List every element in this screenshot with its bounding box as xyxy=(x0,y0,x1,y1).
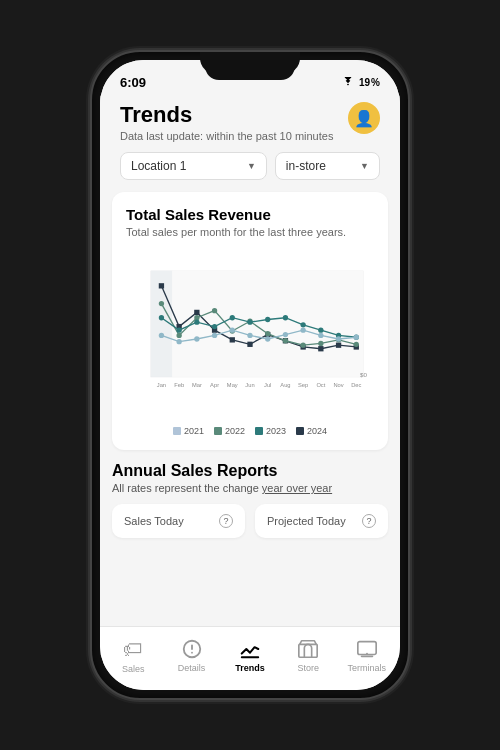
filters-row: Location 1 ▼ in-store ▼ xyxy=(100,152,400,192)
svg-text:Mar: Mar xyxy=(192,382,202,388)
svg-point-57 xyxy=(265,336,270,341)
nav-item-store[interactable]: Store xyxy=(286,638,330,673)
legend-dot-2021 xyxy=(173,427,181,435)
svg-point-58 xyxy=(283,332,288,337)
chart-section-subtitle: Total sales per month for the last three… xyxy=(126,226,374,238)
nav-label-sales: Sales xyxy=(122,664,145,674)
type-dropdown[interactable]: in-store ▼ xyxy=(275,152,380,180)
content-area[interactable]: Trends Data last update: within the past… xyxy=(100,96,400,626)
chart-container: $0 Jan Feb Mar Apr May Jun Jul Aug Sep O… xyxy=(126,250,374,420)
bottom-nav: 🏷 Sales Details Trends xyxy=(100,626,400,690)
svg-point-27 xyxy=(159,301,164,306)
svg-rect-64 xyxy=(241,656,259,658)
annual-card-sales-today: Sales Today ? xyxy=(112,504,245,538)
svg-text:Jan: Jan xyxy=(157,382,166,388)
nav-item-terminals[interactable]: Terminals xyxy=(345,638,389,673)
header-left: Trends Data last update: within the past… xyxy=(120,102,333,142)
wifi-icon xyxy=(341,77,355,87)
svg-point-35 xyxy=(300,343,305,348)
chevron-down-icon: ▼ xyxy=(247,161,256,171)
annual-card-projected: Projected Today ? xyxy=(255,504,388,538)
nav-item-details[interactable]: Details xyxy=(170,638,214,673)
svg-point-38 xyxy=(354,342,359,347)
nav-item-sales[interactable]: 🏷 Sales xyxy=(111,638,155,674)
svg-point-67 xyxy=(366,653,368,655)
svg-text:$0: $0 xyxy=(360,371,367,378)
svg-text:Dec: Dec xyxy=(351,382,361,388)
annual-cards-row: Sales Today ? Projected Today ? xyxy=(112,504,388,538)
svg-point-41 xyxy=(194,320,199,325)
power-button[interactable] xyxy=(408,162,410,207)
svg-point-62 xyxy=(354,335,359,340)
svg-point-52 xyxy=(176,339,181,344)
trends-icon xyxy=(239,638,261,660)
svg-point-45 xyxy=(265,317,270,322)
nav-label-trends: Trends xyxy=(235,663,265,673)
svg-rect-65 xyxy=(299,644,317,657)
screen: 6:09 19% Trends Data last update: within… xyxy=(100,60,400,690)
legend-2021: 2021 xyxy=(173,426,204,436)
nav-label-store: Store xyxy=(298,663,320,673)
card-label: Projected Today xyxy=(267,515,346,527)
page-subtitle: Data last update: within the past 10 min… xyxy=(120,130,333,142)
legend-2023: 2023 xyxy=(255,426,286,436)
type-label: in-store xyxy=(286,159,326,173)
legend-2022: 2022 xyxy=(214,426,245,436)
legend-2024: 2024 xyxy=(296,426,327,436)
svg-rect-20 xyxy=(247,342,252,347)
svg-rect-17 xyxy=(194,310,199,315)
vol-down-button[interactable] xyxy=(90,192,92,222)
svg-point-56 xyxy=(247,333,252,338)
notch xyxy=(205,60,295,80)
svg-rect-25 xyxy=(336,343,341,348)
sales-chart-section: Total Sales Revenue Total sales per mont… xyxy=(112,192,388,450)
help-icon[interactable]: ? xyxy=(362,514,376,528)
svg-text:Oct: Oct xyxy=(316,382,325,388)
battery-icon: 19% xyxy=(359,77,380,88)
user-icon: 👤 xyxy=(354,109,374,128)
svg-point-59 xyxy=(300,327,305,332)
svg-point-61 xyxy=(336,336,341,341)
svg-rect-24 xyxy=(318,346,323,351)
svg-point-43 xyxy=(230,315,235,320)
svg-rect-15 xyxy=(159,283,164,288)
svg-text:May: May xyxy=(227,382,238,388)
location-label: Location 1 xyxy=(131,159,186,173)
svg-rect-19 xyxy=(230,337,235,342)
nav-item-trends[interactable]: Trends xyxy=(228,638,272,673)
legend-dot-2024 xyxy=(296,427,304,435)
chart-legend: 2021 2022 2023 2024 xyxy=(126,426,374,436)
chevron-down-icon: ▼ xyxy=(360,161,369,171)
svg-point-30 xyxy=(212,308,217,313)
legend-dot-2022 xyxy=(214,427,222,435)
svg-point-40 xyxy=(176,327,181,332)
page-header: Trends Data last update: within the past… xyxy=(100,96,400,152)
svg-point-55 xyxy=(230,327,235,332)
avatar-button[interactable]: 👤 xyxy=(348,102,380,134)
svg-point-46 xyxy=(283,315,288,320)
svg-point-44 xyxy=(247,320,252,325)
annual-title: Annual Sales Reports xyxy=(112,462,388,480)
svg-point-48 xyxy=(318,327,323,332)
svg-point-39 xyxy=(159,315,164,320)
help-icon[interactable]: ? xyxy=(219,514,233,528)
svg-text:Nov: Nov xyxy=(333,382,343,388)
svg-text:Jun: Jun xyxy=(245,382,254,388)
chart-section-title: Total Sales Revenue xyxy=(126,206,374,223)
location-dropdown[interactable]: Location 1 ▼ xyxy=(120,152,267,180)
terminals-icon xyxy=(356,638,378,660)
svg-text:Aug: Aug xyxy=(280,382,290,388)
nav-label-details: Details xyxy=(178,663,206,673)
phone-shell: 6:09 19% Trends Data last update: within… xyxy=(90,50,410,700)
svg-point-47 xyxy=(300,322,305,327)
svg-point-54 xyxy=(212,333,217,338)
store-icon xyxy=(297,638,319,660)
svg-point-33 xyxy=(265,331,270,336)
status-time: 6:09 xyxy=(120,75,146,90)
vol-up-button[interactable] xyxy=(90,152,92,182)
tag-icon: 🏷 xyxy=(123,638,143,661)
svg-text:Jul: Jul xyxy=(264,382,271,388)
card-header: Projected Today ? xyxy=(267,514,376,528)
svg-point-34 xyxy=(283,338,288,343)
legend-dot-2023 xyxy=(255,427,263,435)
